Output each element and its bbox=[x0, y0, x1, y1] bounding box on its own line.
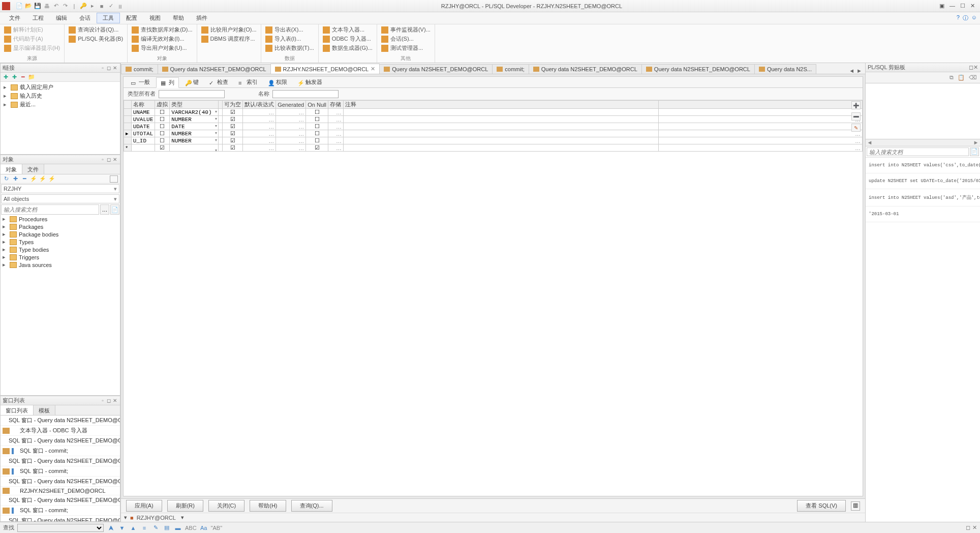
info-icon[interactable]: ⓘ bbox=[963, 14, 968, 22]
maximize-icon[interactable]: ☐ bbox=[960, 3, 965, 9]
menu-tools[interactable]: 工具 bbox=[97, 13, 120, 23]
ribbon-item[interactable]: 文本导入器... bbox=[323, 25, 373, 34]
minimize-icon[interactable]: — bbox=[950, 3, 955, 9]
ribbon-item: 解释计划(E) bbox=[4, 25, 60, 34]
ribbon-item[interactable]: 比较表数据(T)... bbox=[265, 44, 314, 52]
app-icon bbox=[2, 2, 10, 10]
menu-view[interactable]: 视图 bbox=[143, 13, 167, 23]
undo-icon[interactable]: ↶ bbox=[52, 2, 60, 10]
ribbon-item[interactable]: 查找数据库对象(D)... bbox=[132, 25, 192, 34]
ribbon-item[interactable]: 导出表(X)... bbox=[265, 25, 314, 34]
run-icon[interactable]: ▸ bbox=[88, 2, 97, 10]
stop-icon[interactable]: ■ bbox=[98, 2, 106, 10]
menu-config[interactable]: 配置 bbox=[120, 13, 143, 23]
ribbon-item[interactable]: 导出用户对象(U)... bbox=[132, 44, 192, 52]
close-icon[interactable]: ✕ bbox=[970, 3, 975, 9]
ribbon-item[interactable]: 测试管理器... bbox=[381, 44, 431, 52]
bars-icon[interactable]: ⫼ bbox=[116, 2, 124, 10]
save-icon[interactable]: 💾 bbox=[34, 2, 42, 10]
new-icon[interactable]: 📄 bbox=[15, 2, 23, 10]
menu-session[interactable]: 会话 bbox=[73, 13, 97, 23]
redo-icon[interactable]: ↷ bbox=[61, 2, 69, 10]
ribbon-item[interactable]: 导入表(I)... bbox=[265, 35, 314, 43]
feedback-icon[interactable]: ☺ bbox=[971, 14, 977, 22]
key-icon[interactable]: 🔑 bbox=[79, 2, 87, 10]
ribbon-item[interactable]: ODBC 导入器... bbox=[323, 35, 373, 43]
ribbon-item: 代码助手(A) bbox=[4, 35, 60, 43]
menu-plugin[interactable]: 插件 bbox=[190, 13, 213, 23]
menu-file[interactable]: 文件 bbox=[3, 13, 26, 23]
ribbon-item[interactable]: 会话(S)... bbox=[381, 35, 431, 43]
menubar: 文件 工程 编辑 会话 工具 配置 视图 帮助 插件 ? ⓘ ☺ bbox=[0, 12, 980, 24]
ribbon: 解释计划(E)代码助手(A)显示编译器提示(H)来源查询设计器(Q)...PL/… bbox=[0, 24, 980, 63]
ribbon-item[interactable]: 比较用户对象(O)... bbox=[201, 25, 257, 34]
ribbon-item[interactable]: DBMS 调度程序... bbox=[201, 35, 257, 43]
open-icon[interactable]: 📂 bbox=[24, 2, 33, 10]
menu-help[interactable]: 帮助 bbox=[167, 13, 190, 23]
titlebar: 📄 📂 💾 🖶 ↶ ↷ | 🔑 ▸ ■ ✓ ⫼ RZJHY@ORCL - PL/… bbox=[0, 0, 980, 12]
menu-project[interactable]: 工程 bbox=[26, 13, 50, 23]
ribbon-item[interactable]: 编译无效对象(I)... bbox=[132, 35, 192, 43]
ribbon-item[interactable]: 事件监视器(V)... bbox=[381, 25, 431, 34]
window-title: RZJHY@ORCL - PL/SQL Developer - RZJHY.N2… bbox=[124, 3, 939, 9]
menu-edit[interactable]: 编辑 bbox=[50, 13, 73, 23]
window-buttons: ▣ — ☐ ✕ bbox=[939, 3, 978, 9]
ribbon-item[interactable]: 查询设计器(Q)... bbox=[69, 25, 123, 34]
print-icon[interactable]: 🖶 bbox=[43, 2, 51, 10]
sep-icon: | bbox=[70, 2, 78, 10]
commit-icon[interactable]: ✓ bbox=[107, 2, 115, 10]
ribbon-item: 显示编译器提示(H) bbox=[4, 44, 60, 52]
help-icon[interactable]: ? bbox=[957, 14, 960, 22]
restore-icon[interactable]: ▣ bbox=[939, 3, 944, 9]
ribbon-item[interactable]: 数据生成器(G)... bbox=[323, 44, 373, 52]
quick-access-toolbar: 📄 📂 💾 🖶 ↶ ↷ | 🔑 ▸ ■ ✓ ⫼ bbox=[15, 2, 124, 10]
ribbon-item[interactable]: PL/SQL 美化器(B) bbox=[69, 35, 123, 43]
